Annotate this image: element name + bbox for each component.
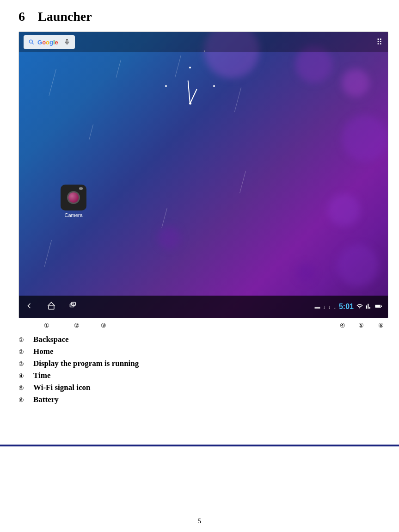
- legend-circle: ④: [18, 372, 30, 380]
- back-button[interactable]: [25, 301, 34, 313]
- legend-text: Home: [33, 347, 53, 356]
- legend-text: Display the program is running: [33, 359, 139, 368]
- svg-rect-8: [381, 305, 382, 307]
- legend-item: ①Backspace: [18, 335, 381, 344]
- bottom-divider: [0, 445, 399, 446]
- callout-2: ②: [74, 322, 80, 329]
- callout-5: ⑤: [358, 322, 364, 329]
- legend-circle: ②: [18, 348, 30, 356]
- wifi-icon: [356, 303, 363, 311]
- camera-app[interactable]: Camera: [61, 185, 86, 218]
- svg-rect-4: [49, 306, 54, 309]
- top-bar: Google ⠿: [19, 32, 388, 52]
- apps-grid-icon[interactable]: ⠿: [376, 37, 383, 47]
- camera-flash: [79, 187, 83, 190]
- camera-lens: [67, 191, 80, 204]
- section-heading: 6 Launcher: [18, 9, 381, 24]
- rain-line: [116, 60, 121, 78]
- screenshot-icon: ▬: [314, 303, 320, 310]
- page-content: 6 Launcher: [0, 0, 399, 416]
- google-search-bar[interactable]: Google: [24, 35, 75, 49]
- bokeh-circle: [342, 69, 369, 97]
- callout-3: ③: [101, 322, 106, 329]
- bokeh-circle: [342, 115, 388, 161]
- callout-4: ④: [340, 322, 345, 329]
- page-number: 5: [198, 518, 201, 525]
- legend-circle: ⑤: [18, 384, 30, 392]
- home-button[interactable]: [47, 301, 56, 313]
- camera-label: Camera: [64, 212, 82, 218]
- legend-text: Time: [33, 371, 50, 380]
- svg-rect-9: [375, 305, 380, 307]
- mic-icon[interactable]: [64, 39, 70, 45]
- bokeh-circle: [337, 245, 379, 286]
- rain-line: [44, 240, 51, 267]
- rain-line: [239, 171, 246, 193]
- legend-list: ①Backspace②Home③Display the program is r…: [18, 335, 381, 404]
- svg-line-1: [32, 43, 33, 44]
- legend-item: ④Time: [18, 371, 381, 380]
- legend-item: ③Display the program is running: [18, 359, 381, 368]
- camera-icon-wrap: [61, 185, 86, 210]
- section-number: 6: [18, 9, 25, 24]
- download-icon-2: ↓: [328, 304, 331, 309]
- rain-line: [161, 208, 167, 228]
- svg-point-0: [29, 40, 32, 43]
- bottom-nav-bar: ▬ ↓ ↓ ↓ 5:01: [19, 296, 388, 318]
- legend-text: Wi-Fi signal icon: [33, 383, 90, 392]
- legend-circle: ①: [18, 336, 30, 344]
- device-screenshot: Google ⠿: [18, 31, 388, 318]
- screen-background: Google ⠿: [19, 32, 388, 318]
- rain-line: [89, 124, 93, 140]
- legend-item: ⑥Battery: [18, 395, 381, 404]
- signal-icon: [366, 303, 372, 311]
- bokeh-circle: [328, 194, 360, 226]
- bokeh-circle: [158, 226, 181, 249]
- legend-item: ②Home: [18, 347, 381, 356]
- callout-6: ⑥: [378, 322, 384, 329]
- recent-apps-button[interactable]: [69, 301, 78, 313]
- callout-1: ①: [44, 322, 49, 329]
- download-icon-3: ↓: [333, 304, 336, 309]
- rain-line: [234, 87, 241, 112]
- legend-circle: ⑥: [18, 396, 30, 404]
- download-icon-1: ↓: [323, 304, 325, 309]
- legend-item: ⑤Wi-Fi signal icon: [18, 383, 381, 392]
- bokeh-circle: [296, 263, 315, 282]
- search-icon: [28, 39, 35, 45]
- svg-rect-2: [66, 39, 68, 43]
- time-display: 5:01: [339, 303, 354, 311]
- legend-text: Battery: [33, 395, 59, 404]
- status-icons: ▬ ↓ ↓ ↓ 5:01: [314, 303, 382, 311]
- rain-line: [175, 55, 181, 78]
- legend-text: Backspace: [33, 335, 69, 344]
- battery-icon: [375, 303, 382, 311]
- callout-row: ① ② ③ ④ ⑤ ⑥: [18, 320, 388, 331]
- google-logo: Google: [37, 39, 58, 46]
- rain-line: [49, 69, 56, 96]
- section-title: Launcher: [38, 9, 92, 24]
- legend-circle: ③: [18, 360, 30, 368]
